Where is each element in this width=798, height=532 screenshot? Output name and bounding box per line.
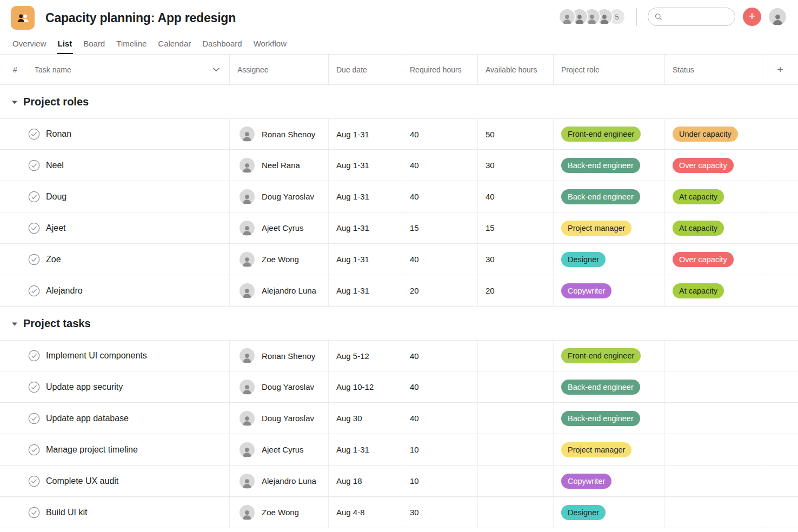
project-role-cell[interactable]: Copywriter [554, 275, 665, 306]
task-name-cell[interactable]: Build UI kit [0, 497, 230, 528]
project-role-pill[interactable]: Back-end engineer [561, 411, 640, 426]
status-cell[interactable] [665, 434, 762, 465]
project-role-cell[interactable]: Back-end engineer [554, 403, 665, 434]
create-button[interactable]: + [743, 8, 761, 26]
available-hours-cell[interactable] [478, 466, 554, 496]
status-cell[interactable]: At capacity [665, 275, 762, 306]
assignee-cell[interactable]: Doug Yaroslav [230, 371, 329, 402]
complete-check-icon[interactable] [28, 285, 40, 297]
complete-check-icon[interactable] [28, 191, 40, 203]
project-role-pill[interactable]: Front-end engineer [561, 127, 641, 142]
complete-check-icon[interactable] [28, 350, 40, 362]
due-date-cell[interactable]: Aug 4-8 [329, 497, 402, 528]
complete-check-icon[interactable] [28, 444, 40, 456]
due-date-cell[interactable]: Aug 1-31 [329, 150, 402, 181]
assignee-cell[interactable]: Ajeet Cyrus [230, 212, 329, 243]
task-name-cell[interactable]: Zoe [0, 244, 230, 275]
chevron-down-icon[interactable] [213, 68, 220, 72]
project-role-pill[interactable]: Copywriter [561, 283, 611, 298]
assignee-cell[interactable]: Doug Yaroslav [230, 181, 329, 212]
column-header-project-role[interactable]: Project role [554, 55, 665, 84]
assignee-cell[interactable]: Alejandro Luna [230, 275, 329, 306]
assignee-cell[interactable]: Neel Rana [230, 150, 329, 181]
status-pill[interactable]: Under capacity [673, 127, 738, 142]
status-cell[interactable]: Over capacity [665, 150, 762, 181]
task-name-cell[interactable]: Ronan [0, 119, 230, 149]
column-header-available-hours[interactable]: Available hours [478, 55, 554, 84]
task-name-cell[interactable]: Complete UX audit [0, 466, 230, 496]
section-title[interactable]: Project tasks [23, 317, 91, 330]
assignee-cell[interactable]: Ronan Shenoy [230, 119, 329, 149]
available-hours-cell[interactable] [478, 341, 554, 371]
available-hours-cell[interactable]: 30 [478, 244, 554, 275]
project-role-pill[interactable]: Project manager [561, 221, 631, 236]
task-name-cell[interactable]: Ajeet [0, 212, 230, 243]
project-role-cell[interactable]: Designer [554, 497, 665, 528]
available-hours-cell[interactable]: 15 [478, 212, 554, 243]
task-name-cell[interactable]: Alejandro [0, 275, 230, 306]
tab-timeline[interactable]: Timeline [115, 39, 148, 54]
available-hours-cell[interactable]: 30 [478, 150, 554, 181]
available-hours-cell[interactable] [478, 497, 554, 528]
available-hours-cell[interactable]: 40 [478, 181, 554, 212]
project-role-pill[interactable]: Project manager [561, 442, 631, 457]
complete-check-icon[interactable] [28, 128, 40, 140]
complete-check-icon[interactable] [28, 159, 40, 171]
project-role-pill[interactable]: Back-end engineer [561, 158, 640, 173]
table-row[interactable]: Alejandro Alejandro Luna Aug 1-31 20 20 … [0, 275, 798, 307]
available-hours-cell[interactable]: 50 [478, 119, 554, 149]
required-hours-cell[interactable]: 40 [402, 371, 478, 402]
user-avatar[interactable] [769, 8, 786, 25]
section-collapse-toggle-icon[interactable] [12, 101, 17, 104]
available-hours-cell[interactable] [478, 403, 554, 434]
status-cell[interactable] [665, 497, 762, 528]
due-date-cell[interactable]: Aug 1-31 [329, 434, 402, 465]
project-role-cell[interactable]: Project manager [554, 212, 665, 243]
task-name-cell[interactable]: Doug [0, 181, 230, 212]
project-role-cell[interactable]: Back-end engineer [554, 150, 665, 181]
due-date-cell[interactable]: Aug 10-12 [329, 371, 402, 402]
table-row[interactable]: Doug Doug Yaroslav Aug 1-31 40 40 Back-e… [0, 181, 798, 212]
due-date-cell[interactable]: Aug 1-31 [329, 212, 402, 243]
status-pill[interactable]: At capacity [673, 189, 724, 204]
task-name-cell[interactable]: Manage project timeline [0, 434, 230, 465]
column-header-status[interactable]: Status [665, 55, 762, 84]
section-collapse-toggle-icon[interactable] [12, 322, 17, 326]
tab-dashboard[interactable]: Dashboard [201, 39, 243, 54]
project-role-cell[interactable]: Back-end engineer [554, 371, 665, 402]
assignee-cell[interactable]: Ronan Shenoy [230, 341, 329, 371]
status-cell[interactable] [665, 341, 762, 371]
complete-check-icon[interactable] [28, 507, 40, 518]
due-date-cell[interactable]: Aug 5-12 [329, 341, 402, 371]
project-role-cell[interactable]: Back-end engineer [554, 181, 665, 212]
status-cell[interactable]: At capacity [665, 181, 762, 212]
required-hours-cell[interactable]: 10 [402, 466, 478, 496]
task-name-cell[interactable]: Update app security [0, 371, 230, 402]
project-role-pill[interactable]: Back-end engineer [561, 189, 640, 204]
due-date-cell[interactable]: Aug 18 [329, 466, 402, 496]
complete-check-icon[interactable] [28, 413, 40, 424]
status-cell[interactable] [665, 371, 762, 402]
project-role-pill[interactable]: Copywriter [561, 474, 611, 489]
due-date-cell[interactable]: Aug 1-31 [329, 244, 402, 275]
status-pill[interactable]: Over capacity [673, 252, 734, 267]
table-row[interactable]: Build UI kit Zoe Wong Aug 4-8 30 Designe… [0, 497, 798, 528]
project-role-cell[interactable]: Front-end engineer [554, 341, 665, 371]
table-row[interactable]: Update app database Doug Yaroslav Aug 30… [0, 403, 798, 434]
table-row[interactable]: Complete UX audit Alejandro Luna Aug 18 … [0, 466, 798, 497]
complete-check-icon[interactable] [28, 254, 40, 265]
column-header-due-date[interactable]: Due date [329, 55, 402, 84]
tab-list[interactable]: List [57, 39, 74, 54]
due-date-cell[interactable]: Aug 30 [329, 403, 402, 434]
search-input[interactable] [666, 12, 728, 21]
assignee-cell[interactable]: Alejandro Luna [230, 466, 329, 496]
tab-board[interactable]: Board [82, 39, 106, 54]
required-hours-cell[interactable]: 40 [402, 341, 478, 371]
table-row[interactable]: Zoe Zoe Wong Aug 1-31 40 30 Designer Ove… [0, 244, 798, 275]
table-row[interactable]: Update app security Doug Yaroslav Aug 10… [0, 371, 798, 403]
status-pill[interactable]: Over capacity [673, 158, 734, 173]
project-role-cell[interactable]: Designer [554, 244, 665, 275]
status-cell[interactable]: At capacity [665, 212, 762, 243]
tab-overview[interactable]: Overview [11, 39, 48, 54]
required-hours-cell[interactable]: 40 [402, 119, 478, 149]
